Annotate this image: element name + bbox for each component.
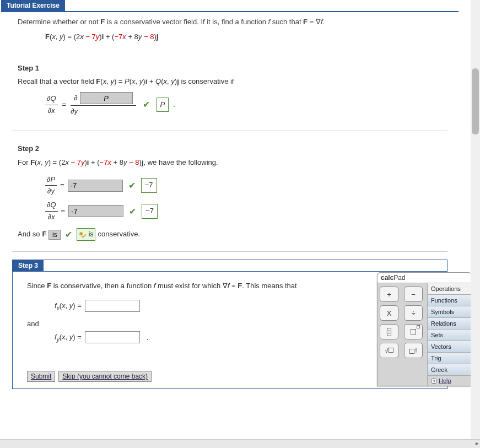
- calcpad-cat-symbols[interactable]: Symbols: [428, 306, 471, 318]
- hr-2: [12, 251, 447, 252]
- andso-F: F: [42, 229, 46, 240]
- step2-pre: For: [18, 158, 30, 166]
- problem-equation: F(x, y) = (2x − 7y)i + (−7x + 8y − 8)j: [18, 31, 442, 43]
- tutorial-exercise-tab: Tutorial Exercise: [1, 0, 65, 11]
- horizontal-scrollbar[interactable]: ▸: [0, 439, 480, 448]
- dPdy-row: ∂P ∂y = ✔ −7: [45, 174, 442, 198]
- step1-rhs-fraction: ∂ ∂y: [71, 92, 136, 117]
- key-icon: [79, 231, 87, 239]
- vertical-scrollbar[interactable]: [471, 0, 480, 439]
- andso-text: And so: [18, 229, 40, 240]
- dQdx-den-2: ∂x: [45, 212, 58, 223]
- step1-label: Step 1: [18, 63, 442, 74]
- check-icon: ✔: [143, 98, 150, 112]
- skip-button[interactable]: Skip (you cannot come back): [58, 371, 152, 382]
- calcpad-fraction-button[interactable]: [380, 324, 398, 339]
- fx-lhs: fx(x, y) =: [55, 301, 82, 311]
- dot: .: [173, 99, 175, 111]
- fy-dot: .: [147, 333, 149, 342]
- hr-1: [12, 131, 447, 131]
- dQdx-num-2: ∂Q: [45, 199, 58, 212]
- step3-text: Since F is conservative, then a function…: [27, 282, 433, 290]
- fx-args: (x, y) =: [60, 301, 82, 310]
- and-text: and: [27, 320, 433, 328]
- dPdy-input[interactable]: [68, 180, 123, 192]
- step2-text: For F(x, y) = (2x − 7y)i + (−7x + 8y − 8…: [18, 157, 442, 169]
- dQdx-den: ∂x: [45, 105, 58, 117]
- scrollbar-thumb[interactable]: [472, 68, 479, 134]
- key-text-is: is: [89, 230, 94, 238]
- submit-button[interactable]: Submit: [27, 371, 55, 382]
- step2-eq-rows: ∂P ∂y = ✔ −7 ∂Q ∂x = ✔ −7: [18, 174, 442, 223]
- dPdy-answer: −7: [141, 178, 157, 193]
- step1-text-a: Recall that a vector field: [18, 77, 96, 85]
- step1-text: Recall that a vector field F(x, y) = P(x…: [18, 76, 442, 88]
- calcpad-cat-functions[interactable]: Functions: [428, 295, 471, 306]
- calcpad-button-grid: + − X ÷ √ !: [377, 283, 427, 386]
- help-icon: ?: [431, 378, 437, 384]
- step1-block: Step 1 Recall that a vector field F(x, y…: [1, 53, 459, 127]
- step3-buttons: Submit Skip (you cannot come back): [27, 371, 433, 382]
- s3-b: F: [47, 282, 51, 290]
- s3-c: is conservative, then a function f must …: [51, 282, 238, 290]
- equals: =: [60, 180, 64, 191]
- calcpad-factorial-button[interactable]: !: [404, 343, 423, 358]
- step1-input-P[interactable]: [80, 92, 133, 104]
- s3-e: . This means that: [242, 282, 296, 290]
- calcpad-x-button[interactable]: X: [380, 305, 398, 321]
- calcpad-cat-sets[interactable]: Sets: [428, 330, 471, 341]
- step3-tab: Step 3: [13, 260, 44, 271]
- fx-row: fx(x, y) =: [27, 300, 433, 312]
- fx-input[interactable]: [85, 300, 140, 312]
- dPdy-num: ∂P: [45, 174, 57, 186]
- calcpad-cat-trig[interactable]: Trig: [428, 353, 471, 364]
- step1-dy: ∂y: [71, 106, 78, 115]
- step2-post: , we have the following.: [143, 158, 218, 166]
- calcpad-help-link[interactable]: ?Help: [428, 376, 471, 386]
- dPdy-den: ∂y: [45, 186, 57, 197]
- fy-lhs: fy(x, y) =: [55, 333, 82, 343]
- problem-statement: Determine whether or not F is a conserva…: [18, 17, 442, 28]
- fy-row: fy(x, y) = .: [27, 331, 433, 343]
- calcpad-cat-vectors[interactable]: Vectors: [428, 341, 471, 353]
- scroll-right-arrow-icon[interactable]: ▸: [476, 440, 479, 447]
- step2-is-input[interactable]: [48, 230, 61, 240]
- step2-key-box: is: [77, 228, 95, 241]
- calcpad-divide-button[interactable]: ÷: [404, 305, 423, 321]
- dQdx-fraction: ∂Q ∂x: [45, 93, 58, 117]
- calcpad-plus-button[interactable]: +: [380, 287, 398, 302]
- calcpad-cat-greek[interactable]: Greek: [428, 364, 471, 376]
- step2-label: Step 2: [18, 143, 442, 155]
- step1-equation: ∂Q ∂x = ∂ ∂y ✔ P .: [18, 92, 442, 117]
- step2-conclusion: And so F ✔ is conservative.: [18, 228, 442, 242]
- calcpad-sqrt-button[interactable]: √: [380, 343, 398, 358]
- dPdy-fraction: ∂P ∂y: [45, 174, 57, 198]
- calcpad-panel: calcPad + − X ÷ √ ! Operations Functions…: [377, 272, 472, 386]
- check-icon: ✔: [129, 204, 136, 219]
- step1-text-c: is conservative if: [179, 77, 234, 85]
- calcpad-power-button[interactable]: [404, 324, 423, 339]
- dQdx-fraction-2: ∂Q ∂x: [45, 199, 58, 223]
- step2-block: Step 2 For F(x, y) = (2x − 7y)i + (−7x +…: [1, 139, 459, 248]
- calcpad-cat-operations[interactable]: Operations: [428, 283, 471, 295]
- step1-answer-P: P: [157, 98, 169, 112]
- dQdx-input[interactable]: [68, 205, 123, 217]
- fy-args: (x, y) =: [60, 333, 82, 341]
- calcpad-title: calcPad: [377, 273, 471, 283]
- equals-sign: =: [62, 99, 67, 111]
- check-icon: ✔: [65, 228, 72, 242]
- partial-symbol: ∂: [74, 93, 77, 104]
- check-icon: ✔: [128, 179, 136, 193]
- dQdx-answer: −7: [142, 204, 158, 219]
- fy-input[interactable]: [85, 331, 140, 343]
- dQdx-row: ∂Q ∂x = ✔ −7: [45, 199, 442, 223]
- section-header-stripe: Tutorial Exercise: [1, 0, 459, 12]
- calcpad-categories: Operations Functions Symbols Relations S…: [427, 283, 471, 386]
- dQdx-num: ∂Q: [45, 93, 58, 105]
- s3-a: Since: [27, 282, 47, 290]
- problem-body: Determine whether or not F is a conserva…: [1, 12, 459, 53]
- cons-text: conservative.: [98, 229, 140, 240]
- calcpad-minus-button[interactable]: −: [404, 287, 423, 302]
- calcpad-cat-relations[interactable]: Relations: [428, 318, 471, 330]
- equals: =: [61, 206, 66, 217]
